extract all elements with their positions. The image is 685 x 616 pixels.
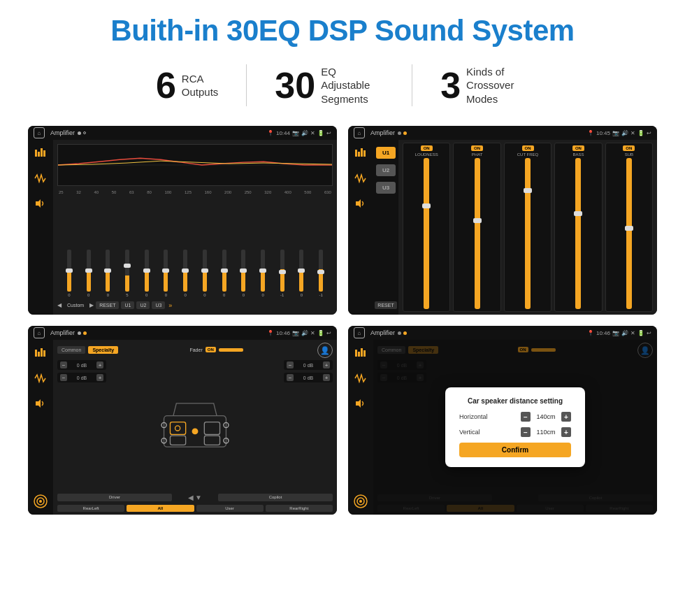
screen-content-4: Common Specialty ON 👤 − — [348, 340, 657, 515]
u2-btn-1[interactable]: U2 — [136, 301, 150, 309]
vol-icon-2[interactable] — [353, 196, 368, 211]
db-plus-fl[interactable]: + — [96, 361, 103, 368]
u3-btn-1[interactable]: U3 — [152, 301, 165, 309]
phat-label: PHAT — [472, 152, 483, 157]
down-arrow[interactable]: ▼ — [195, 494, 202, 501]
db-plus-rr[interactable]: + — [323, 374, 330, 381]
eq-slider-0[interactable]: 0 — [60, 250, 78, 297]
freq-125: 125 — [185, 190, 192, 194]
db-minus-fl[interactable]: − — [60, 361, 67, 368]
next-icon[interactable]: ▶ — [89, 302, 94, 308]
eq-icon-4[interactable] — [353, 345, 368, 361]
rearleft-btn[interactable]: RearLeft — [57, 505, 124, 512]
u1-preset[interactable]: U1 — [376, 147, 396, 159]
svg-rect-0 — [35, 150, 37, 157]
loudness-slider[interactable] — [424, 158, 429, 309]
slider-val-6: 0 — [185, 293, 187, 297]
time-2: 10:45 — [596, 130, 610, 136]
all-btn[interactable]: All — [127, 505, 194, 512]
eq-slider-5[interactable]: 0 — [157, 250, 175, 297]
screens-grid: ⌂ Amplifier 📍 10:44 📷 🔊 ✕ 🔋 ↩ — [28, 126, 657, 515]
db-minus-fr[interactable]: − — [287, 361, 294, 368]
u3-preset[interactable]: U3 — [376, 182, 396, 194]
slider-thumb-4 — [143, 268, 150, 273]
vol-icon-3[interactable] — [33, 396, 48, 411]
bass-slider[interactable] — [575, 158, 581, 309]
eq-slider-8[interactable]: 0 — [215, 250, 233, 297]
eq-slider-10[interactable]: 0 — [254, 250, 272, 297]
volume-icon-4: 🔊 — [621, 330, 628, 336]
surround-icon-3[interactable] — [33, 494, 48, 509]
eq-slider-9[interactable]: 0 — [234, 250, 252, 297]
user-btn[interactable]: User — [196, 505, 264, 512]
eq-slider-2[interactable]: 0 — [99, 250, 117, 297]
horizontal-plus-btn[interactable]: + — [561, 412, 571, 422]
left-arrow[interactable]: ◀ — [188, 494, 194, 501]
amp-main: ON LOUDNESS ON PHAT — [398, 140, 657, 315]
stat-crossover: 3 Kinds ofCrossover Modes — [412, 65, 557, 106]
u1-btn-1[interactable]: U1 — [121, 301, 134, 309]
common-tab-3[interactable]: Common — [57, 346, 85, 354]
eq-slider-13[interactable]: -1 — [312, 250, 330, 297]
vertical-minus-btn[interactable]: − — [521, 427, 531, 437]
sub-on[interactable]: ON — [623, 145, 635, 151]
loudness-on[interactable]: ON — [421, 145, 433, 151]
rearright-btn[interactable]: RearRight — [266, 505, 333, 512]
db-plus-fr[interactable]: + — [323, 361, 330, 368]
u2-preset[interactable]: U2 — [376, 164, 396, 176]
wave-icon-4[interactable] — [353, 371, 368, 386]
eq-slider-7[interactable]: 0 — [196, 250, 214, 297]
bass-on[interactable]: ON — [572, 145, 584, 151]
fader-on-badge[interactable]: ON — [206, 347, 216, 352]
dot-1a — [78, 131, 81, 135]
confirm-button[interactable]: Confirm — [459, 443, 571, 457]
svg-rect-8 — [361, 148, 363, 157]
copilot-btn[interactable]: Copilot — [218, 494, 333, 501]
wave-icon-2[interactable] — [353, 171, 368, 186]
phat-on[interactable]: ON — [471, 145, 483, 151]
horizontal-minus-btn[interactable]: − — [521, 412, 531, 422]
specialty-tab-3[interactable]: Specialty — [88, 346, 118, 354]
home-icon-4: ⌂ — [354, 327, 365, 338]
vertical-plus-btn[interactable]: + — [561, 427, 571, 437]
vol-icon-4[interactable] — [353, 396, 368, 411]
vol-icon-1[interactable] — [33, 196, 48, 211]
wave-icon-3[interactable] — [33, 371, 48, 386]
slider-thumb-6 — [182, 268, 189, 273]
db-plus-rl[interactable]: + — [96, 374, 103, 381]
pin-icon-4: 📍 — [587, 330, 594, 336]
preset-label: Custom — [64, 301, 87, 309]
db-minus-rr[interactable]: − — [287, 374, 294, 381]
stat-number-eq: 30 — [275, 67, 315, 103]
cutfreq-on[interactable]: ON — [522, 145, 534, 151]
eq-slider-12[interactable]: 0 — [293, 250, 311, 297]
svg-marker-4 — [36, 199, 41, 208]
freq-630: 630 — [324, 190, 331, 194]
eq-slider-3[interactable]: 5 — [118, 250, 136, 297]
reset-btn-1[interactable]: RESET — [96, 301, 119, 309]
prev-icon[interactable]: ◀ — [57, 302, 62, 308]
reset-btn-2[interactable]: RESET — [375, 301, 396, 309]
surround-icon-4[interactable] — [353, 494, 368, 509]
pin-icon-2: 📍 — [587, 130, 594, 136]
amp-preset-col: U1 U2 U3 RESET — [373, 140, 398, 315]
fader-slider[interactable] — [219, 348, 243, 352]
svg-rect-3 — [43, 150, 45, 157]
sub-slider[interactable] — [626, 158, 632, 309]
profile-icon-3[interactable]: 👤 — [317, 343, 333, 358]
db-minus-rl[interactable]: − — [60, 374, 67, 381]
eq-slider-1[interactable]: 0 — [80, 250, 98, 297]
freq-25: 25 — [59, 190, 64, 194]
phat-slider[interactable] — [475, 158, 480, 309]
wave-icon-1[interactable] — [33, 171, 48, 186]
eq-slider-6[interactable]: 0 — [176, 250, 194, 297]
eq-icon-3[interactable] — [33, 345, 48, 361]
eq-icon-1[interactable] — [33, 145, 48, 161]
freq-50: 50 — [112, 190, 117, 194]
camera-icon-4: 📷 — [612, 330, 619, 336]
cutfreq-slider[interactable] — [525, 158, 531, 309]
eq-icon-2[interactable] — [353, 145, 368, 161]
eq-slider-4[interactable]: 0 — [138, 250, 156, 297]
eq-slider-11[interactable]: -1 — [273, 250, 291, 297]
driver-btn[interactable]: Driver — [57, 494, 172, 501]
